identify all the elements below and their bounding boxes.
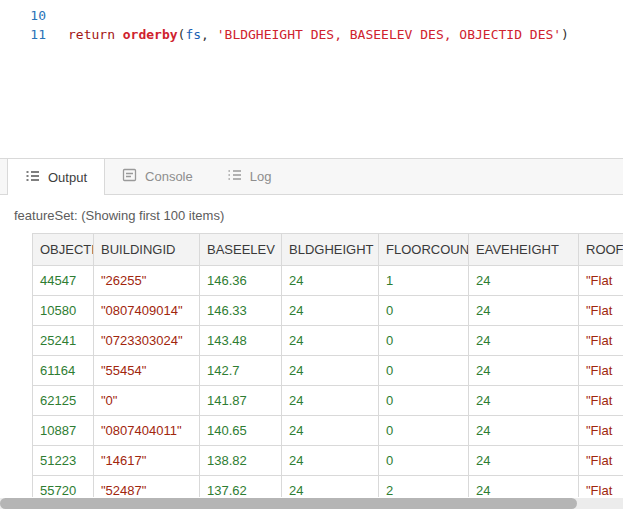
- horizontal-scrollbar-track[interactable]: [0, 498, 623, 509]
- cell-buildingid: "55454": [94, 356, 200, 386]
- table-row: 25241"0723303024"143.4824024"Flat: [33, 326, 623, 356]
- tab-label: Output: [48, 170, 87, 185]
- cell-bldgheight: 24: [282, 446, 379, 476]
- cell-buildingid: "0807404011": [94, 416, 200, 446]
- cell-floorcount: 0: [379, 416, 469, 446]
- code-token-punctuation: ,: [201, 27, 217, 42]
- table-row: 55720"52487"137.6224224"Flat: [33, 476, 623, 498]
- cell-eaveheight: 24: [469, 476, 579, 498]
- results-table-viewport: OBJECTID BUILDINGID BASEELEV BLDGHEIGHT …: [32, 233, 623, 497]
- line-number: 11: [0, 25, 46, 44]
- cell-objectid: 25241: [33, 326, 94, 356]
- horizontal-scrollbar-thumb[interactable]: [0, 498, 577, 509]
- column-header-buildingid: BUILDINGID: [94, 234, 200, 266]
- cell-baseelev: 140.65: [200, 416, 282, 446]
- cell-objectid: 61164: [33, 356, 94, 386]
- cell-roof: "Flat: [579, 326, 623, 356]
- cell-bldgheight: 24: [282, 356, 379, 386]
- cell-buildingid: "0723303024": [94, 326, 200, 356]
- tab-log[interactable]: Log: [210, 159, 289, 194]
- console-icon: [122, 168, 137, 185]
- column-header-bldgheight: BLDGHEIGHT: [282, 234, 379, 266]
- column-header-baseelev: BASEELEV: [200, 234, 282, 266]
- code-token-variable: fs: [185, 27, 201, 42]
- code-line: 10: [0, 6, 623, 25]
- results-table: OBJECTID BUILDINGID BASEELEV BLDGHEIGHT …: [32, 233, 623, 497]
- cell-buildingid: "0": [94, 386, 200, 416]
- cell-roof: "Flat: [579, 416, 623, 446]
- cell-roof: "Flat: [579, 296, 623, 326]
- cell-objectid: 10887: [33, 416, 94, 446]
- cell-baseelev: 146.33: [200, 296, 282, 326]
- cell-bldgheight: 24: [282, 416, 379, 446]
- cell-bldgheight: 24: [282, 326, 379, 356]
- cell-baseelev: 143.48: [200, 326, 282, 356]
- cell-eaveheight: 24: [469, 326, 579, 356]
- code-text: [46, 6, 68, 25]
- cell-floorcount: 0: [379, 386, 469, 416]
- cell-floorcount: 0: [379, 296, 469, 326]
- cell-eaveheight: 24: [469, 356, 579, 386]
- line-number: 10: [0, 6, 46, 25]
- column-header-eaveheight: EAVEHEIGHT: [469, 234, 579, 266]
- featureset-summary: featureSet: (Showing first 100 items): [0, 195, 623, 233]
- cell-bldgheight: 24: [282, 386, 379, 416]
- cell-bldgheight: 24: [282, 266, 379, 296]
- cell-eaveheight: 24: [469, 266, 579, 296]
- tab-label: Console: [145, 169, 193, 184]
- cell-baseelev: 142.7: [200, 356, 282, 386]
- table-row: 44547"26255"146.3624124"Flat: [33, 266, 623, 296]
- table-row: 10580"0807409014"146.3324024"Flat: [33, 296, 623, 326]
- table-header-row: OBJECTID BUILDINGID BASEELEV BLDGHEIGHT …: [33, 234, 623, 266]
- cell-eaveheight: 24: [469, 446, 579, 476]
- tab-label: Log: [250, 169, 272, 184]
- cell-objectid: 44547: [33, 266, 94, 296]
- cell-floorcount: 1: [379, 266, 469, 296]
- code-editor[interactable]: 10 11 return orderby(fs, 'BLDGHEIGHT DES…: [0, 0, 623, 158]
- table-row: 62125"0"141.8724024"Flat: [33, 386, 623, 416]
- cell-eaveheight: 24: [469, 416, 579, 446]
- code-line: 11 return orderby(fs, 'BLDGHEIGHT DES, B…: [0, 25, 623, 44]
- cell-buildingid: "0807409014": [94, 296, 200, 326]
- cell-roof: "Flat: [579, 356, 623, 386]
- code-token-string: 'BLDGHEIGHT DES, BASEELEV DES, OBJECTID …: [217, 27, 561, 42]
- cell-objectid: 55720: [33, 476, 94, 498]
- cell-bldgheight: 24: [282, 296, 379, 326]
- column-header-roof: ROOF: [579, 234, 623, 266]
- cell-buildingid: "26255": [94, 266, 200, 296]
- code-token-keyword: return: [68, 27, 123, 42]
- cell-floorcount: 0: [379, 446, 469, 476]
- cell-eaveheight: 24: [469, 386, 579, 416]
- tab-output[interactable]: Output: [7, 159, 105, 195]
- cell-buildingid: "14617": [94, 446, 200, 476]
- cell-roof: "Flat: [579, 386, 623, 416]
- cell-buildingid: "52487": [94, 476, 200, 498]
- column-header-floorcount: FLOORCOUNT: [379, 234, 469, 266]
- output-tab-bar: Output Console Log: [0, 158, 623, 195]
- cell-baseelev: 138.82: [200, 446, 282, 476]
- cell-floorcount: 0: [379, 326, 469, 356]
- cell-roof: "Flat: [579, 446, 623, 476]
- cell-floorcount: 2: [379, 476, 469, 498]
- cell-floorcount: 0: [379, 356, 469, 386]
- table-row: 10887"0807404011"140.6524024"Flat: [33, 416, 623, 446]
- log-list-icon: [227, 168, 242, 185]
- cell-bldgheight: 24: [282, 476, 379, 498]
- cell-baseelev: 141.87: [200, 386, 282, 416]
- table-row: 61164"55454"142.724024"Flat: [33, 356, 623, 386]
- cell-baseelev: 137.62: [200, 476, 282, 498]
- output-list-icon: [25, 169, 40, 186]
- cell-eaveheight: 24: [469, 296, 579, 326]
- code-token-function: orderby: [123, 27, 178, 42]
- cell-baseelev: 146.36: [200, 266, 282, 296]
- results-table-body: 44547"26255"146.3624124"Flat10580"080740…: [33, 266, 623, 498]
- code-text: return orderby(fs, 'BLDGHEIGHT DES, BASE…: [46, 25, 569, 44]
- code-token-punctuation: ): [561, 27, 569, 42]
- cell-roof: "Flat: [579, 266, 623, 296]
- cell-objectid: 62125: [33, 386, 94, 416]
- table-row: 51223"14617"138.8224024"Flat: [33, 446, 623, 476]
- column-header-objectid: OBJECTID: [33, 234, 94, 266]
- tab-console[interactable]: Console: [105, 159, 210, 194]
- cell-roof: "Flat: [579, 476, 623, 498]
- cell-objectid: 10580: [33, 296, 94, 326]
